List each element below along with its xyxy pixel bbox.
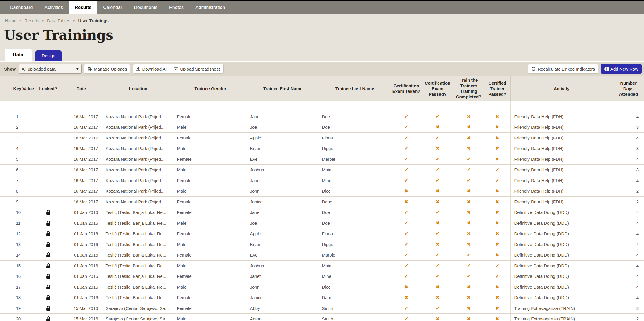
cell-exam-taken[interactable]: ✔ <box>391 260 422 271</box>
cell-exam-taken[interactable]: ✔ <box>391 271 422 282</box>
cell-days[interactable]: 4 <box>613 154 644 165</box>
cell-trainee-first-name[interactable]: Joshua <box>247 260 319 271</box>
cell-locked[interactable] <box>37 271 60 282</box>
cell-location[interactable]: Teslić (Teslic, Banja Luka, Re... <box>103 260 174 271</box>
cell-exam-taken[interactable]: ✔ <box>391 154 422 165</box>
cell-trainee-last-name[interactable]: Doe <box>319 122 391 133</box>
cell-exam-taken[interactable]: ✔ <box>391 228 422 239</box>
cell-trainee-gender[interactable]: Male <box>174 260 247 271</box>
filter-cell[interactable] <box>484 101 510 111</box>
cell-location[interactable]: Sarajevo (Centar Sarajevo, Sa... <box>103 314 174 321</box>
cell-date[interactable]: 16 Mar 2017 <box>60 196 103 207</box>
filter-cell[interactable] <box>60 101 103 111</box>
download-all-button[interactable]: Download All <box>133 64 171 74</box>
cell-days[interactable]: 3 <box>613 122 644 133</box>
cell-exam-passed[interactable]: ✔ <box>422 132 453 143</box>
filter-cell[interactable] <box>37 101 60 111</box>
cell-date[interactable]: 16 Mar 2017 <box>60 165 103 175</box>
cell-trainee-gender[interactable]: Male <box>174 165 247 175</box>
filter-cell[interactable] <box>422 101 453 111</box>
cell-exam-passed[interactable]: ✖ <box>422 143 453 154</box>
cell-trainee-last-name[interactable]: Marple <box>319 250 391 261</box>
cell-date[interactable]: 16 Mar 2017 <box>60 111 103 122</box>
cell-date[interactable]: 01 Jan 2016 <box>60 282 103 292</box>
cell-cert-passed[interactable]: ✖ <box>484 228 510 239</box>
cell-tot-completed[interactable]: ✔ <box>453 250 484 261</box>
cell-location[interactable]: Kozara National Park (Prijed... <box>103 196 174 207</box>
cell-date[interactable]: 15 Mar 2016 <box>60 314 103 321</box>
cell-locked[interactable] <box>37 228 60 239</box>
cell-locked[interactable] <box>37 292 60 303</box>
cell-trainee-first-name[interactable]: Janice <box>247 292 319 303</box>
cell-days[interactable]: 4 <box>613 292 644 303</box>
cell-trainee-last-name[interactable]: Dice <box>319 186 391 197</box>
cell-locked[interactable] <box>37 196 60 207</box>
cell-date[interactable]: 16 Mar 2017 <box>60 175 103 186</box>
cell-locked[interactable] <box>37 314 60 321</box>
cell-tot-completed[interactable]: ✖ <box>453 132 484 143</box>
cell-key-value[interactable]: 12 <box>11 228 37 239</box>
cell-cert-passed[interactable]: ✔ <box>484 175 510 186</box>
cell-cert-passed[interactable]: ✖ <box>484 122 510 133</box>
cell-trainee-gender[interactable]: Female <box>174 154 247 165</box>
cell-tot-completed[interactable]: ✔ <box>453 154 484 165</box>
nav-item-calendar[interactable]: Calendar <box>97 1 128 14</box>
cell-cert-passed[interactable]: ✔ <box>484 271 510 282</box>
cell-activity[interactable]: Friendly Data Help (FDH) <box>510 196 613 207</box>
cell-activity[interactable]: Friendly Data Help (FDH) <box>510 111 613 122</box>
cell-locked[interactable] <box>37 111 60 122</box>
tab-data[interactable]: Data <box>5 49 32 61</box>
cell-exam-passed[interactable]: ✔ <box>422 175 453 186</box>
cell-tot-completed[interactable]: ✖ <box>453 292 484 303</box>
nav-item-activities[interactable]: Activities <box>39 1 69 14</box>
cell-exam-passed[interactable]: ✔ <box>422 154 453 165</box>
cell-activity[interactable]: Definitive Data Doing (DDD) <box>510 271 613 282</box>
cell-trainee-first-name[interactable]: Abby <box>247 303 319 314</box>
cell-trainee-gender[interactable]: Female <box>174 250 247 261</box>
filter-cell[interactable] <box>319 101 391 111</box>
cell-tot-completed[interactable]: ✖ <box>453 303 484 314</box>
cell-activity[interactable]: Friendly Data Help (FDH) <box>510 165 613 175</box>
cell-exam-passed[interactable]: ✖ <box>422 282 453 292</box>
cell-trainee-first-name[interactable]: Brian <box>247 143 319 154</box>
cell-cert-passed[interactable]: ✖ <box>484 314 510 321</box>
cell-location[interactable]: Sarajevo (Centar Sarajevo, Sa... <box>103 303 174 314</box>
cell-date[interactable]: 01 Jan 2016 <box>60 207 103 218</box>
cell-activity[interactable]: Training Extravaganza (TRAIN) <box>510 303 613 314</box>
filter-cell[interactable] <box>510 101 613 111</box>
cell-trainee-last-name[interactable]: Riggs <box>319 239 391 250</box>
cell-exam-taken[interactable]: ✔ <box>391 132 422 143</box>
cell-activity[interactable]: Definitive Data Doing (DDD) <box>510 228 613 239</box>
cell-cert-passed[interactable]: ✖ <box>484 250 510 261</box>
cell-trainee-last-name[interactable]: Doe <box>319 207 391 218</box>
cell-tot-completed[interactable]: ✖ <box>453 218 484 228</box>
cell-activity[interactable]: Friendly Data Help (FDH) <box>510 154 613 165</box>
cell-tot-completed[interactable]: ✖ <box>453 282 484 292</box>
cell-activity[interactable]: Friendly Data Help (FDH) <box>510 132 613 143</box>
cell-exam-taken[interactable]: ✔ <box>391 122 422 133</box>
cell-cert-passed[interactable]: ✖ <box>484 132 510 143</box>
cell-locked[interactable] <box>37 260 60 271</box>
cell-exam-passed[interactable]: ✖ <box>422 218 453 228</box>
nav-item-photos[interactable]: Photos <box>163 1 190 14</box>
cell-cert-passed[interactable]: ✖ <box>484 186 510 197</box>
cell-trainee-gender[interactable]: Female <box>174 111 247 122</box>
cell-location[interactable]: Teslić (Teslic, Banja Luka, Re... <box>103 207 174 218</box>
nav-item-administration[interactable]: Administration <box>190 1 231 14</box>
cell-exam-passed[interactable]: ✖ <box>422 314 453 321</box>
breadcrumb-link-results[interactable]: Results <box>25 18 39 23</box>
cell-trainee-last-name[interactable]: Doe <box>319 218 391 228</box>
cell-key-value[interactable]: 5 <box>11 154 37 165</box>
cell-trainee-first-name[interactable]: Joshua <box>247 165 319 175</box>
cell-locked[interactable] <box>37 143 60 154</box>
cell-trainee-last-name[interactable]: Doe <box>319 111 391 122</box>
cell-trainee-first-name[interactable]: Joe <box>247 218 319 228</box>
cell-days[interactable]: 3 <box>613 165 644 175</box>
cell-exam-passed[interactable]: ✔ <box>422 228 453 239</box>
cell-cert-passed[interactable]: ✖ <box>484 282 510 292</box>
cell-days[interactable]: 4 <box>613 111 644 122</box>
cell-trainee-first-name[interactable]: Adam <box>247 314 319 321</box>
filter-cell[interactable] <box>247 101 319 111</box>
cell-location[interactable]: Kozara National Park (Prijed... <box>103 143 174 154</box>
filter-cell[interactable] <box>0 101 11 111</box>
